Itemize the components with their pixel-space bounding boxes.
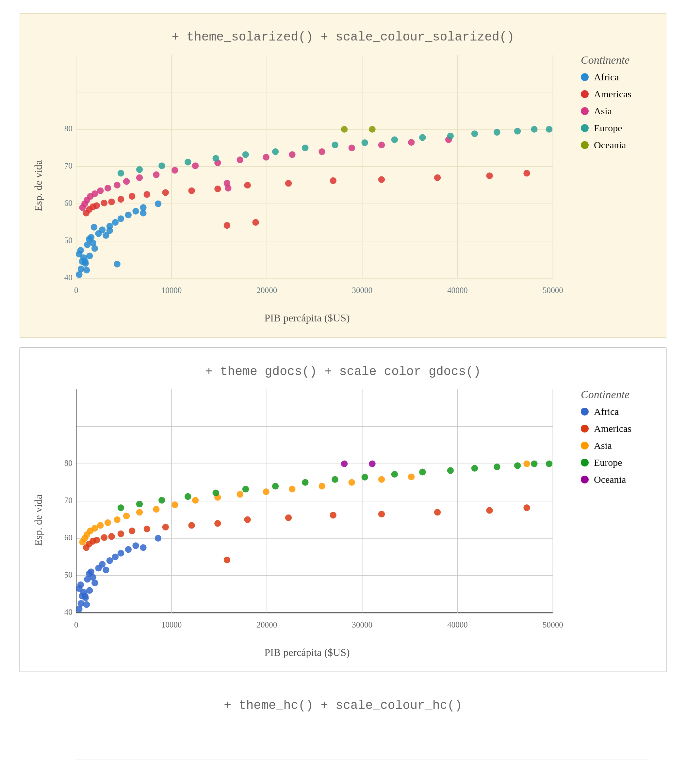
dot-europe <box>118 170 124 177</box>
y2-tick-60: 60 <box>64 533 72 542</box>
dot-americas <box>129 193 136 200</box>
dot2-asia <box>408 473 415 480</box>
dot2-europe <box>118 505 124 511</box>
x2-tick-0: 0 <box>74 620 78 629</box>
dot2-europe <box>242 486 249 493</box>
dot-asia <box>408 139 415 146</box>
dot-europe <box>531 126 538 133</box>
dot-europe <box>272 148 279 155</box>
dot-europe <box>419 134 426 141</box>
y-tick-70: 70 <box>64 162 72 170</box>
dot2-africa <box>106 557 113 564</box>
dot-asia <box>123 178 130 185</box>
dot2-europe <box>136 501 143 508</box>
dot2-asia <box>349 479 355 486</box>
dot2-europe <box>212 489 219 496</box>
legend-dot-americas1 <box>581 90 589 98</box>
dot2-americas <box>188 522 195 529</box>
y-tick-60: 60 <box>64 199 72 207</box>
dot-africa <box>86 253 93 260</box>
dot-asia <box>263 154 270 161</box>
dot-asia <box>153 172 160 178</box>
dot-asia <box>105 185 111 192</box>
dot2-americas <box>144 526 150 532</box>
chart2-plot: 40 50 60 70 80 0 10000 20000 30000 40000… <box>46 382 568 658</box>
dot-africa <box>125 212 132 219</box>
dot-americas <box>214 186 221 193</box>
dot2-europe <box>419 469 426 475</box>
chart2-x-label: PIB percápita ($US) <box>46 643 568 658</box>
dot2-europe <box>447 467 454 474</box>
dot2-africa <box>125 546 132 553</box>
dot-americas <box>144 191 150 198</box>
dot-oceania <box>341 126 348 133</box>
legend-label-americas1: Americas <box>594 88 631 100</box>
chart1-plot: 40 50 60 70 80 0 10000 20000 30000 40000… <box>46 47 568 324</box>
legend-label-africa1: Africa <box>594 72 619 83</box>
dot2-americas <box>244 516 251 523</box>
legend-item-africa1: Africa <box>581 72 659 83</box>
dot-americas <box>486 173 493 179</box>
x-tick-50000: 50000 <box>542 286 563 295</box>
dot2-americas <box>101 534 108 541</box>
dot-europe <box>302 145 309 152</box>
dot2-africa <box>132 542 139 549</box>
dot-asia <box>318 148 325 155</box>
dot2-americas <box>523 505 530 511</box>
dot-europe <box>158 162 165 169</box>
legend-item-africa2: Africa <box>581 406 659 417</box>
chart2-y-label: Esp. de vida <box>27 382 46 658</box>
y-tick-80: 80 <box>64 124 72 133</box>
chart3-bg <box>75 723 649 784</box>
dot-africa <box>76 271 83 278</box>
page-container: + theme_solarized() + scale_colour_solar… <box>0 0 686 784</box>
chart3-plot: 40 50 60 70 80 0 10000 20000 30000 40000… <box>46 716 660 784</box>
chart3-wrapper: + theme_hc() + scale_colour_hc() Esp. de… <box>20 682 666 784</box>
dot-africa <box>114 261 121 268</box>
dot-africa <box>118 215 124 222</box>
dot-africa <box>91 224 98 230</box>
dot-americas <box>162 189 169 196</box>
dot2-americas <box>108 533 115 540</box>
dot2-europe <box>531 461 538 467</box>
chart1-svg: 40 50 60 70 80 0 10000 20000 30000 40000… <box>46 47 568 308</box>
chart2-svg: 40 50 60 70 80 0 10000 20000 30000 40000… <box>46 382 568 643</box>
dot-africa <box>140 204 147 211</box>
dot2-asia <box>114 516 121 523</box>
dot-asia <box>192 162 199 169</box>
legend-item-europe2: Europe <box>581 457 659 468</box>
legend-dot-europe2 <box>581 459 589 467</box>
dot-africa <box>77 247 84 254</box>
dot2-europe <box>391 471 398 478</box>
dot-europe <box>447 132 454 139</box>
dot-europe <box>514 128 521 135</box>
x-tick-20000: 20000 <box>257 286 277 295</box>
dot2-africa <box>91 580 98 586</box>
dot2-americas <box>378 511 385 518</box>
legend-item-americas2: Americas <box>581 423 659 434</box>
chart1-inner: Esp. de vida <box>27 47 659 324</box>
dot-africa <box>91 245 98 252</box>
dot2-oceania <box>341 461 348 467</box>
dot2-asia <box>523 461 530 467</box>
dot2-americas <box>285 514 292 521</box>
legend-item-oceania1: Oceania <box>581 139 659 150</box>
legend-item-oceania2: Oceania <box>581 474 659 485</box>
legend-dot-europe1 <box>581 124 589 132</box>
dot2-americas <box>330 512 337 519</box>
dot2-europe <box>493 464 500 470</box>
chart1-legend-title: Continente <box>581 54 659 66</box>
legend-item-americas1: Americas <box>581 88 659 100</box>
legend-label-asia2: Asia <box>594 440 612 451</box>
legend-label-europe2: Europe <box>594 457 622 468</box>
y2-tick-70: 70 <box>64 496 72 505</box>
dot-americas <box>378 176 385 183</box>
dot2-europe <box>272 483 279 490</box>
dot-americas <box>224 222 230 229</box>
dot-americas <box>118 196 124 203</box>
dot-asia <box>349 145 355 152</box>
dot2-europe <box>185 493 191 500</box>
dot2-americas <box>214 520 221 527</box>
dot-americas <box>434 175 441 181</box>
dot2-americas <box>486 507 493 514</box>
